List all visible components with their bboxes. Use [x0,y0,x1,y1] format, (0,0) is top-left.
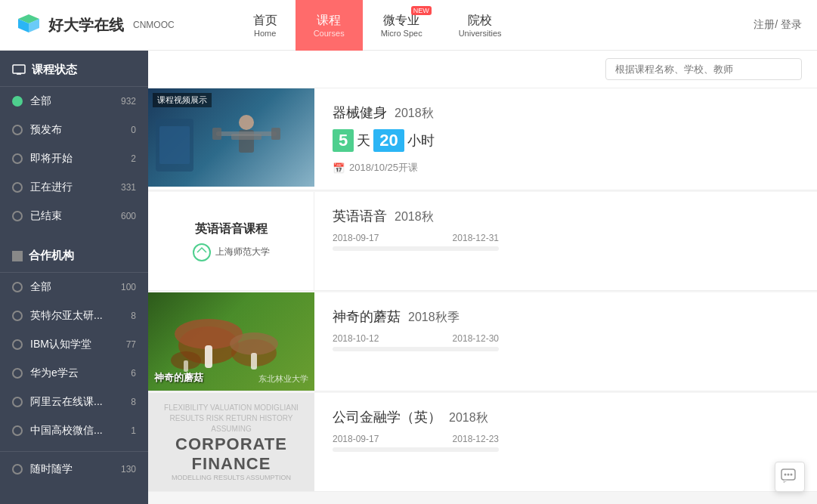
partner-icon [12,251,23,261]
dot-active [12,96,23,107]
course-info-english: 英语语音 2018秋 2018-09-17 2018-12-31 [314,192,817,290]
main-layout: 课程状态 全部 932 预发布 0 即将开始 2 正在进行 331 已结束 60… [0,51,817,504]
dot-follow [12,464,23,475]
logo-text-zh: 好大学在线 [48,15,124,36]
svg-point-21 [785,474,787,476]
sidebar-ended-label: 已结束 [30,209,121,223]
nav-courses[interactable]: 课程 Courses [296,0,363,51]
nav-home-en: Home [254,29,276,38]
date-end-english: 2018-12-31 [453,233,499,243]
sidebar-follow[interactable]: 随时随学 130 [0,451,148,484]
calendar-icon-gym: 📅 [333,162,345,174]
thumb-univ-mushroom: 东北林业大学 [258,373,308,385]
course-item-gym[interactable]: 课程视频展示 [148,88,817,190]
dot-p4 [12,397,23,407]
course-item-finance[interactable]: FLEXIBILITY VALUATION MODIGLIANI RESULTS… [148,393,817,492]
monitor-icon [12,64,26,76]
sidebar-item-prerelease[interactable]: 预发布 0 [0,116,148,144]
nav-courses-zh: 课程 [317,13,341,29]
nav-micro-spec[interactable]: NEW 微专业 Micro Spec [363,0,441,51]
svg-rect-6 [216,131,277,136]
svg-point-22 [788,474,790,476]
sidebar-pre-count: 0 [131,125,136,135]
course-list: 课程视频展示 [148,88,817,492]
timer-hours: 20 [373,129,404,152]
svg-rect-1 [13,65,25,73]
partner-intel-count: 8 [131,311,136,321]
new-badge: NEW [411,6,432,15]
dot-p5 [12,425,23,436]
partner-mooc-count: 1 [131,425,136,436]
sidebar-partner-ibm[interactable]: IBM认知学堂 77 [0,330,148,359]
thumb-univ-name: 上海师范大学 [215,246,270,258]
logo[interactable]: 好大学在线 CNMOOC [15,11,175,39]
sidebar-upcoming-label: 即将开始 [30,152,131,165]
sidebar-partner-all[interactable]: 全部 100 [0,273,148,301]
partner-intel-label: 英特尔亚太研... [30,309,131,323]
dot-p2 [12,339,23,350]
dot-gray-3 [12,182,23,193]
sidebar-ongoing-label: 正在进行 [30,181,121,194]
partner-title: 合作机构 [29,249,74,263]
date-range-mushroom: 2018-10-12 2018-12-30 [333,333,799,351]
chat-icon [781,468,799,485]
sidebar-item-ongoing[interactable]: 正在进行 331 [0,173,148,202]
chat-button[interactable] [775,462,805,492]
course-info-gym: 器械健身 2018秋 5 天 20 小时 📅 2018/10/25开课 [314,88,817,190]
partner-all-label: 全部 [30,280,121,294]
svg-rect-14 [205,345,212,368]
course-title-mushroom: 神奇的蘑菇 2018秋季 [333,308,799,326]
dot-gray-4 [12,211,23,221]
progress-mushroom [333,347,499,351]
start-date-gym: 2018/10/25开课 [349,161,418,175]
sidebar-partner-intel[interactable]: 英特尔亚太研... 8 [0,301,148,330]
auth-area[interactable]: 注册/ 登录 [754,18,802,32]
svg-point-11 [193,244,210,261]
timer-day-label: 天 [357,131,370,150]
search-input[interactable] [605,58,802,80]
course-thumb-english: 英语语音课程 上海师范大学 [148,192,314,290]
course-thumb-gym: 课程视频展示 [148,88,314,187]
sidebar-ended-count: 600 [121,211,136,221]
logo-icon [15,11,42,39]
sidebar-partner-aliyun[interactable]: 阿里云在线课... 8 [0,388,148,416]
course-title-gym: 器械健身 2018秋 [333,104,799,122]
sidebar-item-ended[interactable]: 已结束 600 [0,202,148,230]
partner-huawei-label: 华为e学云 [30,366,131,380]
thumb-english-text: 英语语音课程 [195,221,268,237]
course-item-english[interactable]: 英语语音课程 上海师范大学 英语语音 2018秋 [148,192,817,291]
thumb-label-mushroom: 神奇的蘑菇 [154,371,203,385]
nav-courses-en: Courses [314,29,345,38]
date-range-english: 2018-09-17 2018-12-31 [333,233,799,251]
nav-universities[interactable]: 院校 Universities [441,0,520,51]
svg-point-16 [230,332,278,355]
sidebar-partner-huawei[interactable]: 华为e学云 6 [0,359,148,388]
course-info-finance: 公司金融学（英） 2018秋 2018-09-17 2018-12-23 [314,393,817,491]
sidebar-item-all-courses[interactable]: 全部 932 [0,87,148,116]
course-status-title: 课程状态 [32,63,77,77]
course-thumb-mushroom: 神奇的蘑菇 东北林业大学 [148,292,314,391]
sidebar-partner-mooc[interactable]: 中国高校微信... 1 [0,416,148,445]
sidebar-ongoing-count: 331 [121,182,136,193]
date-start-english: 2018-09-17 [333,233,379,243]
course-info-mushroom: 神奇的蘑菇 2018秋季 2018-10-12 2018-12-30 [314,292,817,391]
header: 好大学在线 CNMOOC 首页 Home 课程 Courses NEW 微专业 … [0,0,817,51]
partner-ibm-count: 77 [126,339,136,350]
course-status-section: 课程状态 [0,51,148,87]
date-info-gym: 📅 2018/10/25开课 [333,161,799,175]
nav-uni-zh: 院校 [468,13,492,29]
finance-wordcloud-bot: MODELLING RESULTS ASSUMPTION [172,474,291,481]
follow-label: 随时随学 [30,462,121,476]
nav-home[interactable]: 首页 Home [235,0,296,51]
sidebar-all-label: 全部 [30,94,121,108]
sidebar-all-count: 932 [121,96,136,107]
course-item-mushroom[interactable]: 神奇的蘑菇 东北林业大学 神奇的蘑菇 2018秋季 2018-10-12 201… [148,292,817,391]
sidebar-pre-label: 预发布 [30,123,131,137]
content-area: 课程视频展示 [148,51,817,504]
date-start-finance: 2018-09-17 [333,434,379,444]
sidebar-item-upcoming[interactable]: 即将开始 2 [0,144,148,173]
dot-gray-2 [12,153,23,164]
partner-aliyun-label: 阿里云在线课... [30,395,131,409]
dot-p1 [12,311,23,321]
date-start-mushroom: 2018-10-12 [333,333,379,344]
